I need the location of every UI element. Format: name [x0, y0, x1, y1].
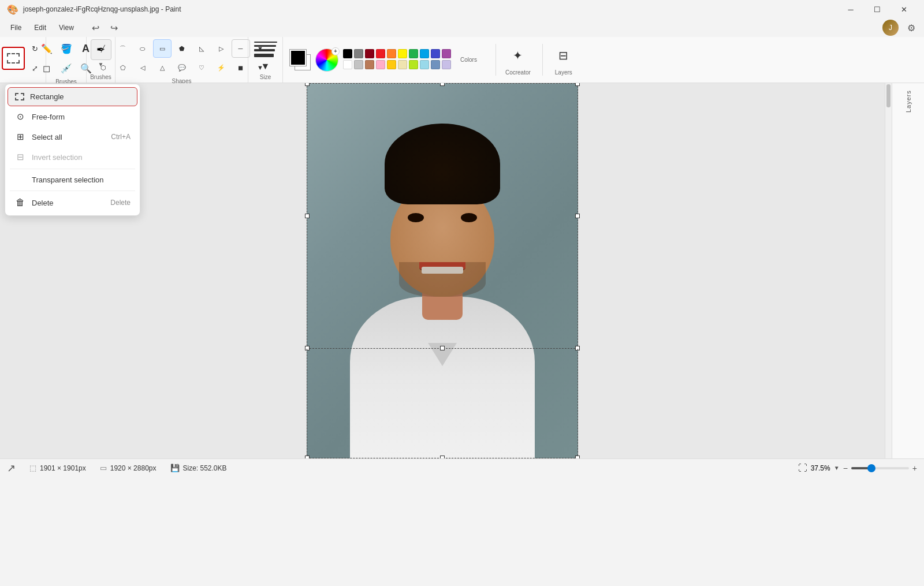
- redo-button[interactable]: ↪: [106, 20, 122, 36]
- layers-toolbar-label: Layers: [555, 69, 572, 76]
- color-swatch[interactable]: [409, 60, 418, 69]
- shapes-more-btn[interactable]: ▼: [251, 58, 270, 77]
- fill-button[interactable]: 🪣: [57, 39, 76, 58]
- title-bar: 🎨 joseph-gonzalez-iFgRcqHznqg-unsplash.j…: [0, 0, 924, 18]
- right-tri-tool[interactable]: ◺: [192, 39, 211, 58]
- fill-shape-button[interactable]: ▼: [251, 39, 270, 58]
- scrollbar-thumb[interactable]: [886, 84, 891, 107]
- text-button[interactable]: A: [77, 39, 95, 58]
- color-swatch[interactable]: [343, 60, 352, 69]
- color-swatch[interactable]: [409, 49, 418, 58]
- zoom-controls: ⛶ 37.5% ▼ − +: [798, 463, 917, 473]
- shapes-fill-btn[interactable]: ◼: [232, 58, 250, 77]
- layers-panel-label: Layers: [905, 90, 912, 113]
- color-swatch[interactable]: [431, 60, 440, 69]
- arrow-left-shape[interactable]: ◁: [133, 58, 152, 77]
- diamond-tool[interactable]: ⬡: [94, 58, 113, 77]
- user-avatar[interactable]: J: [882, 20, 899, 36]
- zoom-out-button[interactable]: −: [843, 464, 848, 473]
- curve-tool[interactable]: ⌒: [114, 39, 132, 58]
- color-swatch[interactable]: [343, 49, 352, 58]
- undo-button[interactable]: ↩: [88, 20, 104, 36]
- window-title: joseph-gonzalez-iFgRcqHznqg-unsplash.jpg…: [23, 5, 181, 13]
- canvas-size-text: 1920 × 2880px: [110, 464, 157, 472]
- color-swatch[interactable]: [431, 49, 440, 58]
- color-swatch[interactable]: [376, 60, 385, 69]
- color-swatch[interactable]: [420, 60, 429, 69]
- settings-button[interactable]: ⚙: [903, 20, 919, 36]
- toolbar: ↻ ⤢ ✦ ◁ ⤡ Tools ✏️ 🪣 A ◻ 💉 🔍: [0, 37, 924, 83]
- arrow-up-shape[interactable]: △: [153, 58, 172, 77]
- delete-label: Delete: [32, 199, 54, 207]
- invertselection-icon: ⊟: [14, 152, 26, 162]
- menu-edit[interactable]: Edit: [28, 21, 52, 34]
- color-preview[interactable]: [290, 50, 311, 70]
- paint-canvas[interactable]: [307, 83, 578, 458]
- lightning-tool[interactable]: ⚡: [212, 58, 230, 77]
- zoom-in-button[interactable]: +: [912, 464, 917, 473]
- color-swatch[interactable]: [354, 49, 363, 58]
- zoom-button[interactable]: 🔍: [77, 59, 95, 77]
- dropdown-freeform[interactable]: ⊙ Free-form: [8, 107, 137, 126]
- pencil-button[interactable]: ✏️: [38, 39, 56, 58]
- dropdown-divider-2: [10, 191, 135, 191]
- color-swatch[interactable]: [420, 49, 429, 58]
- menu-file[interactable]: File: [5, 21, 27, 34]
- close-button[interactable]: ✕: [891, 0, 917, 18]
- cocreator-label: Cocreator: [505, 69, 531, 76]
- file-size-icon: 💾: [170, 464, 180, 472]
- outline-button[interactable]: ─: [232, 39, 250, 58]
- transparentselection-label: Transparent selection: [32, 176, 104, 184]
- callout-tool[interactable]: 💬: [173, 58, 191, 77]
- rect-shape-tool[interactable]: ▭: [153, 39, 172, 58]
- fit-to-window-button[interactable]: ⛶: [798, 463, 807, 473]
- color-swatch[interactable]: [365, 49, 374, 58]
- dropdown-divider-1: [10, 169, 135, 169]
- dropdown-delete[interactable]: 🗑 Delete Delete: [8, 193, 137, 212]
- color-swatch[interactable]: [398, 60, 407, 69]
- cocreator-button[interactable]: ✦: [506, 44, 530, 67]
- layers-button[interactable]: ⊟: [552, 44, 575, 67]
- file-size-text: Size: 552.0KB: [183, 464, 227, 472]
- cocreator-section: ✦ Cocreator: [495, 44, 531, 76]
- rectangle-icon: [15, 93, 24, 100]
- dropdown-selectall[interactable]: ⊞ Select all Ctrl+A: [8, 127, 137, 147]
- dropdown-transparentselection[interactable]: Transparent selection: [8, 171, 137, 189]
- arrow-right-tool[interactable]: ▷: [212, 39, 230, 58]
- minimize-button[interactable]: ─: [837, 0, 864, 18]
- color-swatch[interactable]: [365, 60, 374, 69]
- freeform-icon: ⊙: [14, 111, 26, 122]
- zoom-dropdown-button[interactable]: ▼: [834, 465, 840, 471]
- dropdown-invertselection[interactable]: ⊟ Invert selection: [8, 147, 137, 167]
- color-swatch[interactable]: [398, 49, 407, 58]
- rectangle-select-button[interactable]: [2, 47, 25, 70]
- zoom-slider[interactable]: [851, 467, 909, 469]
- menu-view[interactable]: View: [53, 21, 80, 34]
- file-size-status: 💾 Size: 552.0KB: [170, 464, 227, 472]
- dropdown-rectangle[interactable]: Rectangle: [8, 87, 137, 106]
- color-swatch[interactable]: [354, 60, 363, 69]
- color-swatch[interactable]: [442, 60, 451, 69]
- penta-tool[interactable]: ⬠: [114, 58, 132, 77]
- triangle-tool[interactable]: ⬟: [173, 39, 191, 58]
- vertical-scrollbar[interactable]: [885, 83, 892, 458]
- colors-section-label: Colors: [460, 57, 477, 63]
- color-swatch[interactable]: [376, 49, 385, 58]
- right-panel: Layers: [892, 83, 924, 458]
- color-swatch[interactable]: [442, 49, 451, 58]
- zoom-slider-thumb[interactable]: [867, 464, 875, 472]
- brushes-section: ✏️ 🪣 A ◻ 💉 🔍 Brushes: [46, 37, 87, 83]
- cursor-indicator: ↗: [7, 462, 16, 475]
- eyedropper-button[interactable]: 💉: [57, 59, 76, 77]
- foreground-color-swatch[interactable]: [290, 50, 306, 66]
- zoom-level-text: 37.5%: [811, 464, 830, 472]
- color-swatch[interactable]: [387, 49, 396, 58]
- maximize-button[interactable]: ☐: [864, 0, 891, 18]
- heart-tool[interactable]: ♡: [192, 58, 211, 77]
- color-picker-button[interactable]: [315, 48, 338, 72]
- line-tool[interactable]: ╱: [94, 39, 113, 58]
- selection-size-status: ⬚ 1901 × 1901px: [29, 464, 86, 472]
- color-swatch[interactable]: [387, 60, 396, 69]
- oval-tool[interactable]: ⬭: [133, 39, 152, 58]
- eraser-button[interactable]: ◻: [38, 59, 56, 77]
